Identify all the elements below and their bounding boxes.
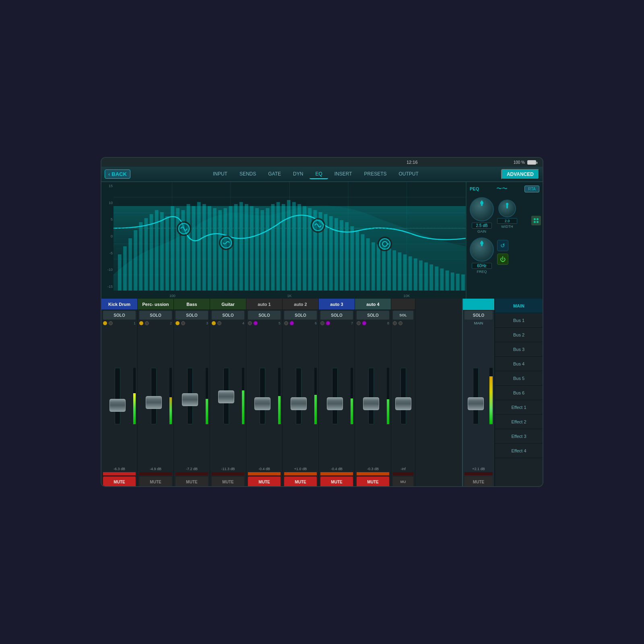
tab-output[interactable]: OUTPUT [393, 169, 424, 179]
ch3-mute[interactable]: MUTE [175, 477, 208, 487]
ch9-fader-handle[interactable] [395, 397, 411, 410]
ch5-fader-container [248, 368, 277, 424]
tab-insert[interactable]: INSERT [329, 169, 358, 179]
ch5-mute[interactable]: MUTE [248, 477, 281, 487]
ch6-fader-track[interactable] [296, 368, 301, 424]
ch2-fader-handle[interactable] [146, 396, 162, 409]
ch8-level-fill [387, 399, 389, 424]
ch2-fader-track[interactable] [151, 368, 157, 424]
tab-input[interactable]: INPUT [207, 169, 233, 179]
ch8-indicators: 8 [355, 320, 391, 326]
freq-value: 60Hz [472, 263, 492, 269]
rta-button[interactable]: RTA [524, 186, 539, 192]
rp-bus4[interactable]: Bus 4 [495, 357, 543, 371]
rp-bus3[interactable]: Bus 3 [495, 342, 543, 357]
ch4-clip [212, 472, 244, 475]
ch3-level-meter [206, 368, 208, 424]
freq-1k: 1K [287, 294, 291, 298]
freq-knob[interactable] [470, 237, 494, 262]
rp-effect2[interactable]: Effect 2 [495, 415, 543, 429]
ch5-solo[interactable]: SOLO [248, 311, 281, 320]
master-mute[interactable]: MUTE [464, 477, 493, 487]
rp-bus6[interactable]: Bus 6 [495, 386, 543, 400]
ch5-fader-track[interactable] [260, 368, 265, 424]
ch7-fader-track[interactable] [332, 368, 338, 424]
eq-node-1[interactable] [177, 221, 191, 236]
ch3-fader-handle[interactable] [182, 393, 198, 406]
eq-dot-icon[interactable] [531, 216, 541, 225]
tab-gate[interactable]: GATE [262, 169, 287, 179]
eq-node-2[interactable] [219, 235, 233, 250]
rp-bus2[interactable]: Bus 2 [495, 328, 543, 342]
master-solo[interactable]: SOLO [464, 311, 493, 320]
width-knob[interactable] [498, 200, 516, 217]
power-icon-button[interactable]: ⏻ [497, 254, 508, 265]
eq-svg [114, 182, 466, 291]
svg-rect-25 [187, 204, 190, 291]
ch3-solo[interactable]: SOLO [175, 311, 208, 320]
tab-dyn[interactable]: DYN [287, 169, 309, 179]
ch9-fader-track[interactable] [400, 368, 406, 424]
master-channel: SOLO MAIN +2.1 dB MUTE [462, 299, 494, 487]
rp-effect3[interactable]: Effect 3 [495, 429, 543, 444]
ch2-ind2 [145, 321, 149, 325]
eq-graph[interactable]: 15 10 5 0 -5 -10 -15 [101, 182, 466, 299]
ch6-mute[interactable]: MUTE [284, 477, 317, 487]
ch9-mute[interactable]: MU [393, 477, 413, 487]
ch8-fader-container [357, 368, 385, 424]
rp-effect4[interactable]: Effect 4 [495, 444, 543, 458]
tab-eq[interactable]: EQ [310, 169, 328, 179]
master-fader-track[interactable] [473, 368, 479, 424]
ch8-solo[interactable]: SOLO [357, 311, 389, 320]
ch7-mute[interactable]: MUTE [320, 477, 353, 487]
ch1-solo[interactable]: SOLO [103, 311, 136, 320]
master-sublabel: MAIN [463, 320, 494, 326]
ch4-solo[interactable]: SOLO [212, 311, 244, 320]
ch4-mute[interactable]: MUTE [212, 477, 244, 487]
ch1-fader-track[interactable] [115, 368, 120, 424]
ch9-solo[interactable]: SOL [393, 311, 413, 320]
svg-rect-40 [266, 208, 269, 291]
ch4-fader-track[interactable] [223, 368, 229, 424]
reset-icon-button[interactable]: ↺ [497, 240, 508, 251]
back-button[interactable]: ‹ BACK [105, 169, 130, 179]
rp-bus5[interactable]: Bus 5 [495, 371, 543, 386]
ch1-fader-handle[interactable] [109, 399, 126, 412]
eq-node-3[interactable] [311, 218, 325, 233]
ch4-fader-handle[interactable] [218, 390, 234, 403]
ch6-solo[interactable]: SOLO [284, 311, 317, 320]
ch3-fader-track[interactable] [187, 368, 193, 424]
ch7-solo[interactable]: SOLO [320, 311, 353, 320]
rp-main[interactable]: MAIN [495, 299, 543, 313]
rp-effect1[interactable]: Effect 1 [495, 400, 543, 415]
gain-knob[interactable] [470, 197, 494, 221]
ch1-mute[interactable]: MUTE [103, 477, 136, 487]
ch8-level-meter [387, 368, 389, 424]
nav-bar: ‹ BACK INPUT SENDS GATE DYN EQ INSERT PR… [101, 167, 543, 182]
rp-bus1[interactable]: Bus 1 [495, 313, 543, 328]
channel-7: auto 3 SOLO 7 -0.4 [319, 299, 355, 487]
svg-rect-61 [377, 244, 380, 291]
svg-rect-66 [403, 254, 407, 291]
ch5-fader-area [246, 326, 282, 466]
ch5-fader-handle[interactable] [254, 397, 270, 410]
svg-rect-26 [192, 206, 196, 291]
ch3-fader-area [174, 326, 210, 466]
svg-rect-43 [282, 204, 285, 291]
ch7-fader-handle[interactable] [327, 397, 343, 410]
eq-node-4[interactable] [378, 237, 392, 251]
width-label: WIDTH [501, 225, 513, 229]
ch8-fader-handle[interactable] [363, 397, 379, 410]
ch2-solo[interactable]: SOLO [139, 311, 172, 320]
ch8-mute[interactable]: MUTE [357, 477, 389, 487]
ch2-mute[interactable]: MUTE [139, 477, 172, 487]
ch8-clip [357, 472, 389, 475]
ch5-indicators: 5 [246, 320, 282, 326]
master-fader-handle[interactable] [468, 397, 484, 410]
ch3-num: 3 [206, 321, 208, 325]
ch8-fader-track[interactable] [368, 368, 374, 424]
ch6-fader-handle[interactable] [291, 397, 307, 410]
tab-sends[interactable]: SENDS [234, 169, 262, 179]
advanced-button[interactable]: ADVANCED [501, 169, 539, 180]
tab-presets[interactable]: PRESETS [359, 169, 392, 179]
